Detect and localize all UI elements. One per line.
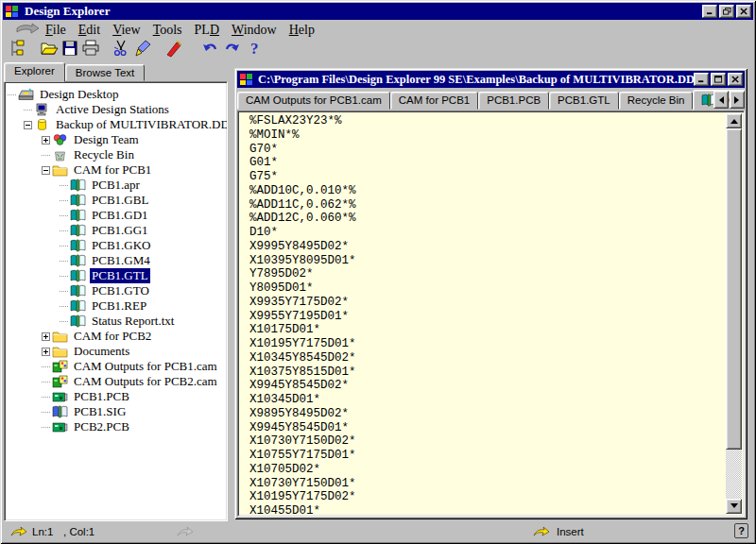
menu-help[interactable]: Help <box>289 23 315 38</box>
tree-item-pcb1-gg1[interactable]: PCB1.GG1 <box>5 223 227 238</box>
desktop-icon <box>18 88 34 101</box>
database-icon <box>34 118 50 131</box>
tree-stub <box>57 298 70 314</box>
tree-item-pcb1-gm4[interactable]: PCB1.GM4 <box>5 253 227 268</box>
tree-item-cam-outputs-for-pcb1-cam[interactable]: CAM Outputs for PCB1.cam <box>5 359 227 374</box>
tree-item-pcb1-gto[interactable]: PCB1.GTO <box>5 283 227 298</box>
document-tabs: CAM Outputs for PCB1.camCAM for PCB1PCB1… <box>237 89 745 110</box>
scroll-down-button[interactable] <box>726 499 742 514</box>
team-icon <box>52 133 68 146</box>
tab-scroll-left-button[interactable] <box>713 91 729 109</box>
tree-item-pcb1-apr[interactable]: PCB1.apr <box>5 178 227 193</box>
status-help-button[interactable]: ? <box>734 523 748 538</box>
menu-pld[interactable]: PLD <box>195 23 219 38</box>
tree-item-documents[interactable]: Documents <box>5 344 227 359</box>
doc-close-button[interactable] <box>728 73 743 86</box>
explorer-panel-toggle-button[interactable] <box>7 40 29 60</box>
recycle-icon <box>52 148 68 162</box>
brush-button[interactable] <box>132 40 155 60</box>
expand-icon[interactable] <box>39 132 52 147</box>
scroll-up-button[interactable] <box>726 113 742 128</box>
menu-file[interactable]: File <box>45 23 66 38</box>
doc-minimize-button[interactable] <box>694 73 709 86</box>
close-button[interactable] <box>736 5 751 18</box>
tree-item-design-team[interactable]: Design Team <box>5 132 227 147</box>
tab-explorer[interactable]: Explorer <box>4 62 65 82</box>
restore-button[interactable] <box>719 5 734 18</box>
tree-item-pcb1-gbl[interactable]: PCB1.GBL <box>5 193 227 208</box>
camdoc-icon <box>70 194 86 207</box>
tree-item-pcb2-pcb[interactable]: PCB2.PCB <box>5 419 227 434</box>
design-explorer-window: Design Explorer FileEditViewToolsPLDWind… <box>0 0 756 544</box>
save-document-button[interactable] <box>59 40 81 60</box>
status-col: , Col:1 <box>63 526 94 537</box>
editor-area[interactable]: %FSLAX23Y23*% %MOIN*% G70* G01* G75* %AD… <box>237 110 745 517</box>
print-button[interactable] <box>79 40 102 60</box>
menu-window[interactable]: Window <box>232 23 277 38</box>
tree-item-label: PCB1.GTL <box>90 268 150 283</box>
tree-item-cam-for-pcb2[interactable]: CAM for PCB2 <box>5 329 227 344</box>
menu-tools[interactable]: Tools <box>153 23 182 38</box>
tree-item-label: PCB1.GM4 <box>90 253 152 268</box>
menu-view[interactable]: View <box>112 23 141 38</box>
tree-item-label: PCB2.PCB <box>72 419 131 434</box>
tree-item-pcb1-gtl[interactable]: PCB1.GTL <box>5 268 227 283</box>
camout-icon <box>52 375 68 388</box>
collapse-icon[interactable] <box>21 117 34 132</box>
tree-item-label: CAM Outputs for PCB2.cam <box>72 374 219 389</box>
camdoc-icon <box>70 284 86 298</box>
tree-item-design-desktop[interactable]: Design Desktop <box>5 87 227 102</box>
tree-item-label: Backup of MULTIVIBRATOR.DDB <box>54 117 228 132</box>
expand-icon[interactable] <box>39 329 52 344</box>
document-tab-cam-for-pcb1[interactable]: CAM for PCB1 <box>390 92 478 110</box>
tree-item-pcb1-gko[interactable]: PCB1.GKO <box>5 238 227 253</box>
tree-item-pcb1-pcb[interactable]: PCB1.PCB <box>5 389 227 404</box>
status-line: Ln:1 <box>32 526 53 537</box>
tree-item-recycle-bin[interactable]: Recycle Bin <box>5 147 227 162</box>
document-tab-recycle-bin[interactable]: Recycle Bin <box>619 92 694 110</box>
camdoc-icon <box>70 178 86 192</box>
explorer-panel: ExplorerBrowse Text Design DesktopActive… <box>4 62 228 521</box>
collapse-icon[interactable] <box>39 162 52 178</box>
tree-item-pcb1-sig[interactable]: PCB1.SIG <box>5 404 227 419</box>
redo-button[interactable] <box>221 40 244 60</box>
tree-item-label: PCB1.GD1 <box>90 208 150 223</box>
open-document-button[interactable] <box>38 40 60 60</box>
help-button[interactable]: ? <box>244 40 266 60</box>
tree-item-pcb1-rep[interactable]: PCB1.REP <box>5 298 227 314</box>
tree-stub <box>39 404 52 419</box>
document-tab-cam-outputs-for-pcb1-cam[interactable]: CAM Outputs for PCB1.cam <box>237 92 390 110</box>
tree-item-label: Documents <box>72 344 131 359</box>
folder-icon <box>52 330 68 343</box>
document-tab-pcb1-gtl[interactable]: PCB1.GTL <box>549 92 619 110</box>
wand-icon <box>164 39 183 61</box>
scroll-thumb[interactable] <box>726 128 742 450</box>
tree-item-active-design-stations[interactable]: Active Design Stations <box>5 102 227 117</box>
tree-item-cam-outputs-for-pcb2-cam[interactable]: CAM Outputs for PCB2.cam <box>5 374 227 389</box>
menu-edit[interactable]: Edit <box>78 23 100 38</box>
cut-button[interactable] <box>110 40 132 60</box>
tree-item-pcb1-gd1[interactable]: PCB1.GD1 <box>5 208 227 223</box>
document-titlebar: C:\Program Files\Design Explorer 99 SE\E… <box>237 71 745 88</box>
editor-text[interactable]: %FSLAX23Y23*% %MOIN*% G70* G01* G75* %AD… <box>238 111 744 517</box>
tree-stub <box>57 268 70 283</box>
tree-item-cam-for-pcb1[interactable]: CAM for PCB1 <box>5 162 227 178</box>
redo-icon <box>223 39 242 61</box>
insert-arrow-icon <box>532 525 551 538</box>
svg-text:?: ? <box>250 40 259 58</box>
expand-icon[interactable] <box>39 344 52 359</box>
wand-button[interactable] <box>163 40 185 60</box>
design-menu-arrow-icon[interactable] <box>15 23 40 37</box>
tree-item-label: PCB1.GKO <box>90 238 153 253</box>
tab-browse-text[interactable]: Browse Text <box>65 64 145 81</box>
document-tab-pcb1-pcb[interactable]: PCB1.PCB <box>478 92 549 110</box>
camdoc-icon <box>70 209 86 222</box>
minimize-button[interactable] <box>702 5 717 18</box>
tab-scroll-right-button[interactable] <box>730 91 745 109</box>
tree-stub <box>21 102 34 117</box>
doc-maximize-button[interactable] <box>711 73 726 86</box>
tree-item-status-report-txt[interactable]: Status Report.txt <box>5 314 227 329</box>
tree-item-backup-of-multivibrator-ddb[interactable]: Backup of MULTIVIBRATOR.DDB <box>5 117 227 132</box>
undo-button[interactable] <box>198 40 221 60</box>
vertical-scrollbar[interactable] <box>726 113 742 514</box>
